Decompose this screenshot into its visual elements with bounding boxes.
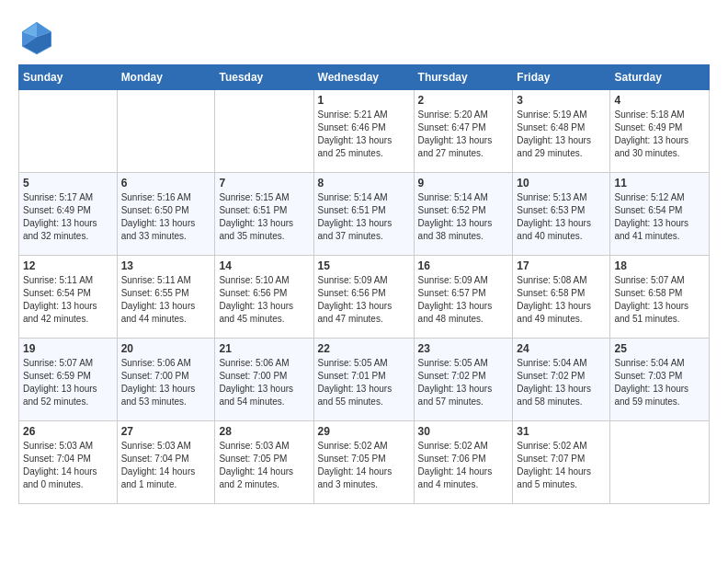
day-info: Sunrise: 5:12 AMSunset: 6:54 PMDaylight:…	[614, 191, 705, 243]
day-cell: 15Sunrise: 5:09 AMSunset: 6:56 PMDayligh…	[313, 256, 414, 339]
day-cell: 11Sunrise: 5:12 AMSunset: 6:54 PMDayligh…	[610, 173, 710, 256]
day-info: Sunrise: 5:18 AMSunset: 6:49 PMDaylight:…	[614, 109, 705, 160]
day-info: Sunrise: 5:13 AMSunset: 6:53 PMDaylight:…	[517, 191, 606, 243]
day-cell: 9Sunrise: 5:14 AMSunset: 6:52 PMDaylight…	[414, 173, 513, 256]
logo-icon	[18, 18, 55, 55]
day-info: Sunrise: 5:04 AMSunset: 7:03 PMDaylight:…	[614, 357, 705, 408]
page-header	[18, 18, 710, 55]
day-cell: 20Sunrise: 5:06 AMSunset: 7:00 PMDayligh…	[117, 339, 215, 421]
day-cell	[215, 90, 313, 173]
day-cell: 30Sunrise: 5:02 AMSunset: 7:06 PMDayligh…	[414, 421, 513, 504]
day-number: 19	[23, 342, 113, 355]
day-info: Sunrise: 5:10 AMSunset: 6:56 PMDaylight:…	[219, 274, 309, 326]
day-info: Sunrise: 5:06 AMSunset: 7:00 PMDaylight:…	[219, 357, 309, 408]
day-info: Sunrise: 5:11 AMSunset: 6:54 PMDaylight:…	[23, 274, 113, 326]
day-cell: 18Sunrise: 5:07 AMSunset: 6:58 PMDayligh…	[610, 256, 710, 339]
day-cell: 21Sunrise: 5:06 AMSunset: 7:00 PMDayligh…	[215, 339, 313, 421]
day-info: Sunrise: 5:14 AMSunset: 6:52 PMDaylight:…	[418, 191, 509, 243]
day-number: 24	[517, 342, 606, 355]
day-info: Sunrise: 5:07 AMSunset: 6:59 PMDaylight:…	[23, 357, 113, 408]
day-info: Sunrise: 5:04 AMSunset: 7:02 PMDaylight:…	[517, 357, 606, 408]
day-cell: 23Sunrise: 5:05 AMSunset: 7:02 PMDayligh…	[414, 339, 513, 421]
day-info: Sunrise: 5:21 AMSunset: 6:46 PMDaylight:…	[318, 109, 410, 160]
day-cell: 3Sunrise: 5:19 AMSunset: 6:48 PMDaylight…	[513, 90, 610, 173]
day-info: Sunrise: 5:07 AMSunset: 6:58 PMDaylight:…	[614, 274, 705, 326]
week-row-5: 26Sunrise: 5:03 AMSunset: 7:04 PMDayligh…	[19, 421, 710, 504]
day-number: 5	[23, 177, 113, 190]
day-number: 9	[418, 177, 509, 190]
day-info: Sunrise: 5:20 AMSunset: 6:47 PMDaylight:…	[418, 109, 509, 160]
day-number: 7	[219, 177, 309, 190]
calendar-table: SundayMondayTuesdayWednesdayThursdayFrid…	[18, 64, 710, 504]
day-cell: 25Sunrise: 5:04 AMSunset: 7:03 PMDayligh…	[610, 339, 710, 421]
day-number: 12	[23, 259, 113, 272]
day-number: 26	[23, 425, 113, 438]
day-number: 18	[614, 259, 705, 272]
day-cell: 29Sunrise: 5:02 AMSunset: 7:05 PMDayligh…	[313, 421, 414, 504]
col-header-wednesday: Wednesday	[313, 65, 414, 90]
day-info: Sunrise: 5:08 AMSunset: 6:58 PMDaylight:…	[517, 274, 606, 326]
day-info: Sunrise: 5:03 AMSunset: 7:05 PMDaylight:…	[219, 440, 309, 491]
week-row-4: 19Sunrise: 5:07 AMSunset: 6:59 PMDayligh…	[19, 339, 710, 421]
day-cell: 31Sunrise: 5:02 AMSunset: 7:07 PMDayligh…	[513, 421, 610, 504]
day-cell: 13Sunrise: 5:11 AMSunset: 6:55 PMDayligh…	[117, 256, 215, 339]
day-cell: 27Sunrise: 5:03 AMSunset: 7:04 PMDayligh…	[117, 421, 215, 504]
day-number: 17	[517, 259, 606, 272]
day-info: Sunrise: 5:14 AMSunset: 6:51 PMDaylight:…	[318, 191, 410, 243]
day-cell: 26Sunrise: 5:03 AMSunset: 7:04 PMDayligh…	[19, 421, 118, 504]
day-number: 10	[517, 177, 606, 190]
day-info: Sunrise: 5:06 AMSunset: 7:00 PMDaylight:…	[121, 357, 211, 408]
day-cell: 5Sunrise: 5:17 AMSunset: 6:49 PMDaylight…	[19, 173, 118, 256]
day-cell: 17Sunrise: 5:08 AMSunset: 6:58 PMDayligh…	[513, 256, 610, 339]
day-cell: 1Sunrise: 5:21 AMSunset: 6:46 PMDaylight…	[313, 90, 414, 173]
day-number: 16	[418, 259, 509, 272]
week-row-3: 12Sunrise: 5:11 AMSunset: 6:54 PMDayligh…	[19, 256, 710, 339]
day-info: Sunrise: 5:05 AMSunset: 7:01 PMDaylight:…	[318, 357, 410, 408]
week-row-2: 5Sunrise: 5:17 AMSunset: 6:49 PMDaylight…	[19, 173, 710, 256]
day-info: Sunrise: 5:11 AMSunset: 6:55 PMDaylight:…	[121, 274, 211, 326]
day-number: 23	[418, 342, 509, 355]
day-number: 6	[121, 177, 211, 190]
day-cell: 24Sunrise: 5:04 AMSunset: 7:02 PMDayligh…	[513, 339, 610, 421]
col-header-thursday: Thursday	[414, 65, 513, 90]
day-number: 20	[121, 342, 211, 355]
day-info: Sunrise: 5:02 AMSunset: 7:07 PMDaylight:…	[517, 440, 606, 491]
day-info: Sunrise: 5:17 AMSunset: 6:49 PMDaylight:…	[23, 191, 113, 243]
col-header-monday: Monday	[117, 65, 215, 90]
day-info: Sunrise: 5:02 AMSunset: 7:05 PMDaylight:…	[318, 440, 410, 491]
day-cell: 10Sunrise: 5:13 AMSunset: 6:53 PMDayligh…	[513, 173, 610, 256]
day-cell: 28Sunrise: 5:03 AMSunset: 7:05 PMDayligh…	[215, 421, 313, 504]
day-cell	[610, 421, 710, 504]
day-info: Sunrise: 5:15 AMSunset: 6:51 PMDaylight:…	[219, 191, 309, 243]
day-cell: 4Sunrise: 5:18 AMSunset: 6:49 PMDaylight…	[610, 90, 710, 173]
day-number: 30	[418, 425, 509, 438]
day-info: Sunrise: 5:16 AMSunset: 6:50 PMDaylight:…	[121, 191, 211, 243]
day-cell: 19Sunrise: 5:07 AMSunset: 6:59 PMDayligh…	[19, 339, 118, 421]
col-header-tuesday: Tuesday	[215, 65, 313, 90]
day-number: 15	[318, 259, 410, 272]
day-number: 4	[614, 94, 705, 107]
day-cell: 14Sunrise: 5:10 AMSunset: 6:56 PMDayligh…	[215, 256, 313, 339]
day-number: 31	[517, 425, 606, 438]
day-info: Sunrise: 5:03 AMSunset: 7:04 PMDaylight:…	[121, 440, 211, 491]
day-info: Sunrise: 5:05 AMSunset: 7:02 PMDaylight:…	[418, 357, 509, 408]
col-header-sunday: Sunday	[19, 65, 118, 90]
col-header-saturday: Saturday	[610, 65, 710, 90]
day-number: 1	[318, 94, 410, 107]
day-number: 29	[318, 425, 410, 438]
day-info: Sunrise: 5:09 AMSunset: 6:57 PMDaylight:…	[418, 274, 509, 326]
day-cell: 16Sunrise: 5:09 AMSunset: 6:57 PMDayligh…	[414, 256, 513, 339]
day-info: Sunrise: 5:02 AMSunset: 7:06 PMDaylight:…	[418, 440, 509, 491]
day-number: 21	[219, 342, 309, 355]
day-number: 13	[121, 259, 211, 272]
day-cell	[19, 90, 118, 173]
day-number: 22	[318, 342, 410, 355]
day-cell: 22Sunrise: 5:05 AMSunset: 7:01 PMDayligh…	[313, 339, 414, 421]
day-cell	[117, 90, 215, 173]
day-cell: 12Sunrise: 5:11 AMSunset: 6:54 PMDayligh…	[19, 256, 118, 339]
day-cell: 8Sunrise: 5:14 AMSunset: 6:51 PMDaylight…	[313, 173, 414, 256]
day-number: 14	[219, 259, 309, 272]
day-cell: 2Sunrise: 5:20 AMSunset: 6:47 PMDaylight…	[414, 90, 513, 173]
day-number: 8	[318, 177, 410, 190]
day-number: 3	[517, 94, 606, 107]
